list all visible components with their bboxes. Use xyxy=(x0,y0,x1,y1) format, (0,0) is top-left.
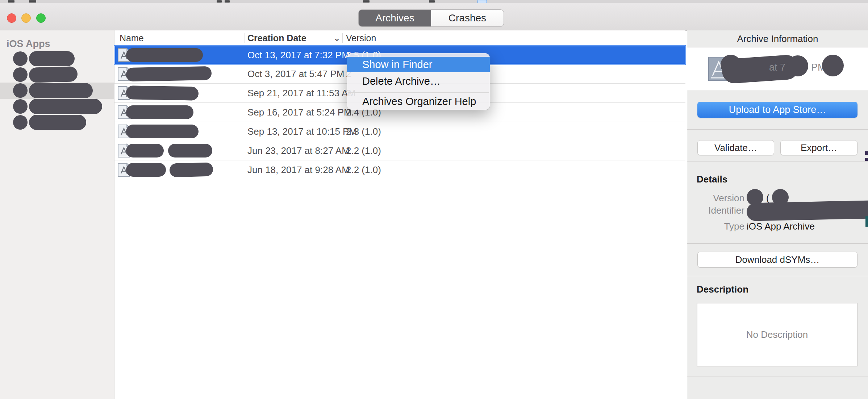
type-label: Type xyxy=(683,221,744,232)
archive-date: Sep 13, 2017 at 10:15 PM xyxy=(247,126,357,137)
column-header-creation-date[interactable]: Creation Date xyxy=(247,30,306,46)
download-dsyms-button[interactable]: Download dSYMs… xyxy=(697,252,857,268)
archive-date: Sep 21, 2017 at 11:53 AM xyxy=(247,88,356,99)
validate-button[interactable]: Validate… xyxy=(697,140,774,155)
strip-glyph xyxy=(217,0,222,3)
redacted-app-name xyxy=(29,99,102,114)
section-divider xyxy=(687,161,868,161)
redacted-app-name xyxy=(29,51,75,66)
organizer-window: Archives Crashes iOS Apps Name xyxy=(0,0,868,399)
redacted-archive-name xyxy=(126,66,212,81)
column-header-version[interactable]: Version xyxy=(346,30,376,46)
organizer-tab-switcher: Archives Crashes xyxy=(359,10,504,26)
column-divider[interactable] xyxy=(245,33,245,43)
sort-descending-icon: ⌄ xyxy=(333,30,341,46)
redacted-archive-name xyxy=(170,162,213,177)
sidebar-ios-apps: iOS Apps xyxy=(0,30,114,399)
archive-date: Oct 3, 2017 at 5:47 PM xyxy=(247,68,344,80)
menu-item-archives-organizer-help[interactable]: Archives Organizer Help xyxy=(347,94,490,109)
archive-version: 2.2 (1.0) xyxy=(346,164,381,176)
section-divider xyxy=(687,243,868,244)
menu-separator xyxy=(348,92,489,93)
screen-edge-artifact xyxy=(865,158,868,161)
archive-date: Sep 16, 2017 at 5:24 PM xyxy=(247,107,352,118)
version-label: Version xyxy=(683,193,744,204)
section-divider xyxy=(687,129,868,130)
close-button[interactable] xyxy=(7,13,16,23)
redacted-app-icon xyxy=(13,115,28,130)
strip-glyph xyxy=(429,0,435,3)
sidebar-item-app-5[interactable] xyxy=(0,114,114,131)
version-paren: ( xyxy=(766,193,769,204)
no-description-placeholder: No Description xyxy=(746,329,808,340)
redacted-app-icon xyxy=(13,67,28,82)
description-heading: Description xyxy=(697,284,748,295)
archive-version: 2.3 (1.0) xyxy=(346,126,381,137)
sidebar-item-app-2[interactable] xyxy=(0,67,114,83)
zoom-button[interactable] xyxy=(36,13,46,23)
screen-edge-artifact xyxy=(865,216,868,227)
redacted-app-icon xyxy=(13,83,28,98)
archive-row[interactable]: Jun 23, 2017 at 8:27 AM 2.2 (1.0) xyxy=(114,141,685,160)
redacted-archive-name xyxy=(168,144,212,158)
table-header: Name Creation Date ⌄ Version xyxy=(114,30,685,46)
archive-information-panel: Archive Information at 7 PM Upload to Ap… xyxy=(687,30,868,399)
section-divider xyxy=(687,276,868,276)
redacted-app-icon xyxy=(13,99,28,114)
redacted-archive-name xyxy=(126,48,203,62)
archive-version: 2.2 (1.0) xyxy=(346,145,381,156)
minimize-button[interactable] xyxy=(21,13,31,23)
screen-edge-artifact xyxy=(865,151,868,155)
redacted-app-name xyxy=(29,83,93,98)
archive-row[interactable]: Sep 13, 2017 at 10:15 PM 2.3 (1.0) xyxy=(114,122,685,141)
redacted-app-name xyxy=(29,66,78,83)
column-divider[interactable] xyxy=(342,33,343,43)
redacted-archive-name xyxy=(126,85,199,100)
type-value: iOS App Archive xyxy=(747,221,815,232)
redacted-archive-name xyxy=(126,144,164,158)
redacted-app-name xyxy=(29,115,86,130)
column-header-name[interactable]: Name xyxy=(120,30,144,46)
strip-glyph xyxy=(8,0,14,3)
strip-glyph xyxy=(225,0,230,3)
archive-row[interactable]: Jun 18, 2017 at 9:28 AM 2.2 (1.0) xyxy=(114,160,685,179)
redacted-archive-name xyxy=(126,105,193,119)
archive-date: Oct 13, 2017 at 7:32 PM xyxy=(247,50,350,61)
identifier-label: Identifier xyxy=(683,205,744,216)
tab-archives[interactable]: Archives xyxy=(359,10,431,26)
redacted-date-part xyxy=(787,55,808,76)
details-heading: Details xyxy=(697,174,727,185)
upload-to-app-store-button[interactable]: Upload to App Store… xyxy=(697,102,857,118)
redacted-archive-name xyxy=(126,163,166,177)
redacted-app-icon xyxy=(13,51,28,66)
menu-item-show-in-finder[interactable]: Show in Finder xyxy=(347,57,490,72)
context-menu: Show in Finder Delete Archive… Archives … xyxy=(347,53,490,110)
archive-date: Jun 23, 2017 at 8:27 AM xyxy=(247,145,350,156)
panel-title: Archive Information xyxy=(687,30,868,47)
sidebar-item-app-3-selected[interactable] xyxy=(0,83,114,99)
section-divider xyxy=(687,377,868,377)
titlebar[interactable]: Archives Crashes xyxy=(0,3,868,31)
redacted-identifier-value xyxy=(747,200,868,221)
redacted-archive-name xyxy=(126,125,199,138)
strip-glyph xyxy=(29,0,36,3)
sidebar-item-app-4[interactable] xyxy=(0,98,114,115)
strip-glyph xyxy=(363,0,370,3)
export-button[interactable]: Export… xyxy=(780,140,857,155)
archive-summary: at 7 PM xyxy=(687,47,868,90)
sidebar-item-app-1[interactable] xyxy=(0,51,114,67)
screen-top-strip xyxy=(0,0,868,3)
archive-date: Jun 18, 2017 at 9:28 AM xyxy=(247,164,350,176)
redacted-date-part xyxy=(822,55,844,76)
menu-item-delete-archive[interactable]: Delete Archive… xyxy=(347,74,490,89)
tab-crashes[interactable]: Crashes xyxy=(431,10,504,26)
description-box[interactable]: No Description xyxy=(697,303,857,366)
sidebar-header: iOS Apps xyxy=(7,38,50,50)
archive-date-fragment: at 7 xyxy=(769,62,785,73)
